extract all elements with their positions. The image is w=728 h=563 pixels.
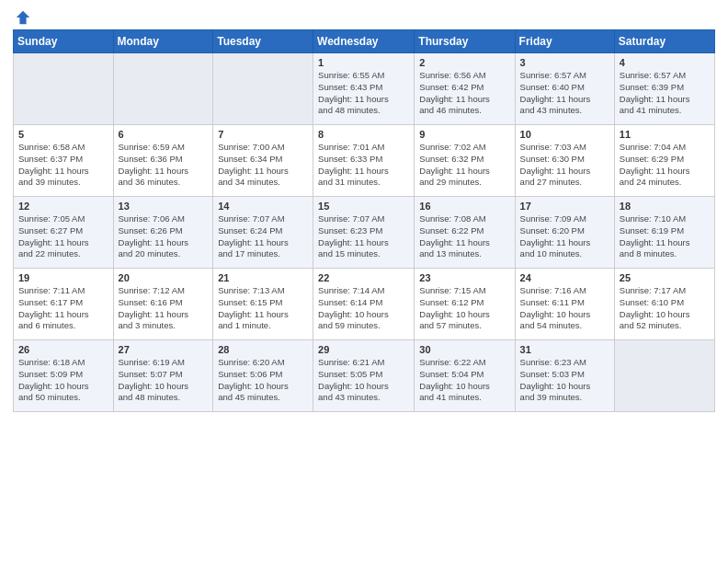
calendar-day-cell: 11Sunrise: 7:04 AM Sunset: 6:29 PM Dayli… — [614, 125, 714, 197]
calendar-day-cell — [614, 340, 714, 412]
day-number: 27 — [119, 344, 209, 355]
calendar-day-cell: 21Sunrise: 7:13 AM Sunset: 6:15 PM Dayli… — [213, 269, 313, 340]
calendar-week-row: 26Sunrise: 6:18 AM Sunset: 5:09 PM Dayli… — [14, 340, 715, 412]
calendar-day-cell: 10Sunrise: 7:03 AM Sunset: 6:30 PM Dayli… — [515, 125, 614, 197]
calendar-day-cell: 26Sunrise: 6:18 AM Sunset: 5:09 PM Dayli… — [14, 340, 114, 412]
day-info: Sunrise: 6:23 AM Sunset: 5:03 PM Dayligh… — [520, 357, 609, 404]
calendar-day-cell: 9Sunrise: 7:02 AM Sunset: 6:32 PM Daylig… — [415, 125, 515, 197]
calendar-day-cell: 15Sunrise: 7:07 AM Sunset: 6:23 PM Dayli… — [313, 197, 415, 269]
header — [13, 9, 715, 24]
day-info: Sunrise: 7:09 AM Sunset: 6:20 PM Dayligh… — [520, 213, 609, 260]
calendar-day-cell: 20Sunrise: 7:12 AM Sunset: 6:16 PM Dayli… — [113, 269, 213, 340]
day-info: Sunrise: 6:21 AM Sunset: 5:05 PM Dayligh… — [318, 357, 409, 404]
day-info: Sunrise: 7:11 AM Sunset: 6:17 PM Dayligh… — [18, 285, 108, 332]
calendar-week-row: 12Sunrise: 7:05 AM Sunset: 6:27 PM Dayli… — [14, 197, 715, 269]
day-info: Sunrise: 7:03 AM Sunset: 6:30 PM Dayligh… — [520, 142, 609, 189]
day-of-week-header: Wednesday — [313, 30, 415, 53]
calendar-day-cell: 22Sunrise: 7:14 AM Sunset: 6:14 PM Dayli… — [313, 269, 415, 340]
day-number: 26 — [18, 344, 108, 355]
day-number: 17 — [520, 201, 609, 212]
day-info: Sunrise: 7:07 AM Sunset: 6:24 PM Dayligh… — [218, 213, 308, 260]
day-info: Sunrise: 7:16 AM Sunset: 6:11 PM Dayligh… — [520, 285, 609, 332]
calendar-day-cell: 3Sunrise: 6:57 AM Sunset: 6:40 PM Daylig… — [515, 53, 614, 125]
day-info: Sunrise: 6:57 AM Sunset: 6:40 PM Dayligh… — [520, 70, 609, 117]
day-info: Sunrise: 7:02 AM Sunset: 6:32 PM Dayligh… — [419, 142, 509, 189]
day-info: Sunrise: 7:00 AM Sunset: 6:34 PM Dayligh… — [218, 142, 308, 189]
day-of-week-header: Friday — [515, 30, 614, 53]
day-number: 8 — [318, 129, 409, 140]
day-info: Sunrise: 6:55 AM Sunset: 6:43 PM Dayligh… — [318, 70, 409, 117]
day-number: 2 — [419, 57, 509, 68]
day-number: 24 — [520, 272, 609, 283]
day-number: 21 — [218, 272, 308, 283]
day-number: 13 — [119, 201, 209, 212]
calendar-day-cell: 23Sunrise: 7:15 AM Sunset: 6:12 PM Dayli… — [415, 269, 515, 340]
day-number: 28 — [218, 344, 308, 355]
calendar-day-cell: 8Sunrise: 7:01 AM Sunset: 6:33 PM Daylig… — [313, 125, 415, 197]
day-of-week-header: Saturday — [614, 30, 714, 53]
day-number: 4 — [620, 57, 710, 68]
day-info: Sunrise: 6:56 AM Sunset: 6:42 PM Dayligh… — [419, 70, 509, 117]
day-of-week-header: Monday — [113, 30, 213, 53]
calendar-day-cell: 2Sunrise: 6:56 AM Sunset: 6:42 PM Daylig… — [415, 53, 515, 125]
calendar-day-cell: 27Sunrise: 6:19 AM Sunset: 5:07 PM Dayli… — [113, 340, 213, 412]
calendar-table: SundayMondayTuesdayWednesdayThursdayFrid… — [13, 29, 715, 412]
day-number: 5 — [18, 129, 108, 140]
logo — [13, 9, 31, 24]
calendar-day-cell: 16Sunrise: 7:08 AM Sunset: 6:22 PM Dayli… — [415, 197, 515, 269]
day-number: 22 — [318, 272, 409, 283]
calendar-week-row: 1Sunrise: 6:55 AM Sunset: 6:43 PM Daylig… — [14, 53, 715, 125]
day-number: 20 — [119, 272, 209, 283]
day-number: 6 — [119, 129, 209, 140]
calendar-week-row: 19Sunrise: 7:11 AM Sunset: 6:17 PM Dayli… — [14, 269, 715, 340]
day-number: 25 — [620, 272, 710, 283]
calendar-container: SundayMondayTuesdayWednesdayThursdayFrid… — [0, 0, 728, 563]
day-info: Sunrise: 7:12 AM Sunset: 6:16 PM Dayligh… — [119, 285, 209, 332]
day-number: 19 — [18, 272, 108, 283]
calendar-day-cell: 28Sunrise: 6:20 AM Sunset: 5:06 PM Dayli… — [213, 340, 313, 412]
day-info: Sunrise: 6:58 AM Sunset: 6:37 PM Dayligh… — [18, 142, 108, 189]
day-info: Sunrise: 7:05 AM Sunset: 6:27 PM Dayligh… — [18, 213, 108, 260]
day-number: 1 — [318, 57, 409, 68]
day-info: Sunrise: 7:01 AM Sunset: 6:33 PM Dayligh… — [318, 142, 409, 189]
day-info: Sunrise: 7:10 AM Sunset: 6:19 PM Dayligh… — [620, 213, 710, 260]
day-info: Sunrise: 6:20 AM Sunset: 5:06 PM Dayligh… — [218, 357, 308, 404]
calendar-day-cell: 24Sunrise: 7:16 AM Sunset: 6:11 PM Dayli… — [515, 269, 614, 340]
calendar-day-cell: 7Sunrise: 7:00 AM Sunset: 6:34 PM Daylig… — [213, 125, 313, 197]
day-number: 10 — [520, 129, 609, 140]
day-number: 12 — [18, 201, 108, 212]
calendar-day-cell: 12Sunrise: 7:05 AM Sunset: 6:27 PM Dayli… — [14, 197, 114, 269]
day-number: 16 — [419, 201, 509, 212]
day-info: Sunrise: 7:08 AM Sunset: 6:22 PM Dayligh… — [419, 213, 509, 260]
day-number: 9 — [419, 129, 509, 140]
calendar-header-row: SundayMondayTuesdayWednesdayThursdayFrid… — [14, 30, 715, 53]
day-info: Sunrise: 6:22 AM Sunset: 5:04 PM Dayligh… — [419, 357, 509, 404]
day-number: 18 — [620, 201, 710, 212]
day-info: Sunrise: 6:18 AM Sunset: 5:09 PM Dayligh… — [18, 357, 108, 404]
day-number: 3 — [520, 57, 609, 68]
day-number: 7 — [218, 129, 308, 140]
day-info: Sunrise: 6:19 AM Sunset: 5:07 PM Dayligh… — [119, 357, 209, 404]
calendar-day-cell: 18Sunrise: 7:10 AM Sunset: 6:19 PM Dayli… — [614, 197, 714, 269]
calendar-day-cell: 17Sunrise: 7:09 AM Sunset: 6:20 PM Dayli… — [515, 197, 614, 269]
calendar-day-cell — [113, 53, 213, 125]
day-number: 15 — [318, 201, 409, 212]
day-info: Sunrise: 7:15 AM Sunset: 6:12 PM Dayligh… — [419, 285, 509, 332]
day-info: Sunrise: 7:04 AM Sunset: 6:29 PM Dayligh… — [620, 142, 710, 189]
logo-icon — [15, 9, 31, 26]
calendar-day-cell: 25Sunrise: 7:17 AM Sunset: 6:10 PM Dayli… — [614, 269, 714, 340]
day-info: Sunrise: 7:06 AM Sunset: 6:26 PM Dayligh… — [119, 213, 209, 260]
day-number: 23 — [419, 272, 509, 283]
calendar-day-cell: 31Sunrise: 6:23 AM Sunset: 5:03 PM Dayli… — [515, 340, 614, 412]
calendar-day-cell: 1Sunrise: 6:55 AM Sunset: 6:43 PM Daylig… — [313, 53, 415, 125]
svg-marker-0 — [17, 11, 29, 24]
day-info: Sunrise: 6:59 AM Sunset: 6:36 PM Dayligh… — [119, 142, 209, 189]
day-of-week-header: Thursday — [415, 30, 515, 53]
day-of-week-header: Sunday — [14, 30, 114, 53]
day-number: 11 — [620, 129, 710, 140]
day-info: Sunrise: 7:13 AM Sunset: 6:15 PM Dayligh… — [218, 285, 308, 332]
day-of-week-header: Tuesday — [213, 30, 313, 53]
calendar-week-row: 5Sunrise: 6:58 AM Sunset: 6:37 PM Daylig… — [14, 125, 715, 197]
day-info: Sunrise: 7:07 AM Sunset: 6:23 PM Dayligh… — [318, 213, 409, 260]
calendar-day-cell — [14, 53, 114, 125]
